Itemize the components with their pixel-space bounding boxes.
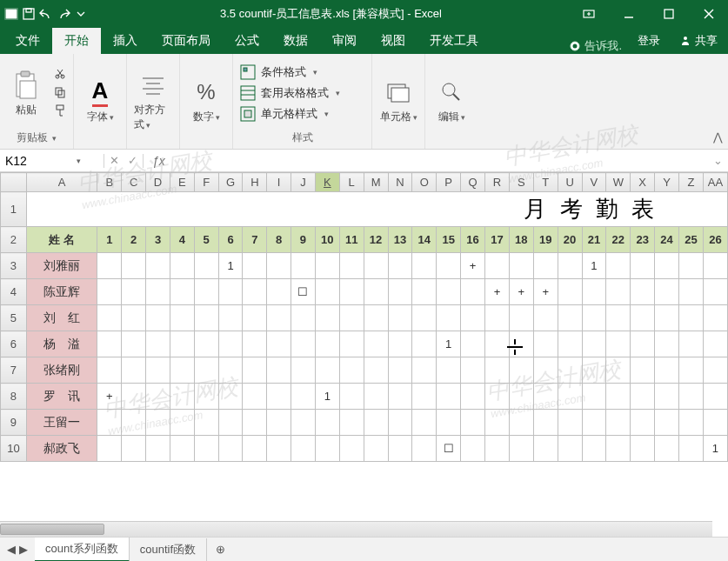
- cell[interactable]: [218, 305, 243, 331]
- cell[interactable]: [631, 436, 655, 462]
- cell[interactable]: +: [97, 384, 122, 410]
- header-day-25[interactable]: 25: [679, 227, 704, 253]
- cell[interactable]: 1: [582, 253, 606, 279]
- col-header-D[interactable]: D: [146, 173, 170, 192]
- undo-icon[interactable]: [38, 6, 54, 22]
- cell[interactable]: [388, 410, 412, 436]
- cell[interactable]: 1: [437, 331, 461, 357]
- cell[interactable]: [485, 436, 510, 462]
- cell[interactable]: 1: [218, 253, 243, 279]
- cell[interactable]: [558, 384, 582, 410]
- minimize-icon[interactable]: [613, 6, 645, 22]
- cell[interactable]: [243, 384, 267, 410]
- col-header-Z[interactable]: Z: [679, 173, 704, 192]
- cell[interactable]: [267, 253, 291, 279]
- header-day-15[interactable]: 15: [437, 227, 461, 253]
- header-day-1[interactable]: 1: [97, 227, 122, 253]
- cell[interactable]: [364, 305, 388, 331]
- cell[interactable]: [461, 410, 485, 436]
- cell[interactable]: [388, 357, 412, 384]
- col-header-H[interactable]: H: [243, 173, 267, 192]
- tab-insert[interactable]: 插入: [101, 28, 150, 54]
- row-header-10[interactable]: 10: [1, 436, 27, 462]
- cell[interactable]: [388, 253, 412, 279]
- header-day-24[interactable]: 24: [655, 227, 679, 253]
- cell[interactable]: [364, 410, 388, 436]
- name-cell[interactable]: 罗 讯: [26, 384, 97, 410]
- row-header-5[interactable]: 5: [1, 305, 27, 331]
- cell[interactable]: [218, 436, 243, 462]
- cell[interactable]: [267, 331, 291, 357]
- cell[interactable]: [703, 279, 727, 305]
- cell[interactable]: [558, 436, 582, 462]
- cell[interactable]: +: [485, 279, 510, 305]
- cell[interactable]: [267, 357, 291, 384]
- collapse-ribbon-icon[interactable]: ⋀: [713, 130, 723, 144]
- cell[interactable]: [291, 305, 316, 331]
- maximize-icon[interactable]: [653, 6, 685, 22]
- tab-data[interactable]: 数据: [271, 28, 320, 54]
- col-header-G[interactable]: G: [218, 173, 243, 192]
- cell[interactable]: [339, 305, 364, 331]
- col-header-V[interactable]: V: [582, 173, 606, 192]
- col-header-F[interactable]: F: [194, 173, 218, 192]
- col-header-Q[interactable]: Q: [461, 173, 485, 192]
- cell[interactable]: [315, 357, 339, 384]
- cell[interactable]: [437, 357, 461, 384]
- col-header-U[interactable]: U: [558, 173, 582, 192]
- cell[interactable]: [339, 331, 364, 357]
- cancel-fx-icon[interactable]: ✕: [110, 154, 119, 167]
- cell[interactable]: [146, 253, 170, 279]
- cell[interactable]: [631, 410, 655, 436]
- cell[interactable]: [533, 410, 558, 436]
- cell[interactable]: [315, 436, 339, 462]
- tell-me[interactable]: 告诉我.: [562, 38, 629, 54]
- cell[interactable]: [122, 279, 146, 305]
- cell[interactable]: [631, 305, 655, 331]
- row-header-3[interactable]: 3: [1, 253, 27, 279]
- cell[interactable]: [679, 410, 704, 436]
- cell[interactable]: [412, 410, 437, 436]
- cell[interactable]: [291, 410, 316, 436]
- cell[interactable]: [170, 384, 194, 410]
- cell[interactable]: [122, 436, 146, 462]
- cell[interactable]: [558, 279, 582, 305]
- col-header-X[interactable]: X: [631, 173, 655, 192]
- add-sheet-icon[interactable]: ⊕: [207, 543, 234, 556]
- expand-formula-icon[interactable]: ⌄: [707, 154, 728, 167]
- cell[interactable]: [97, 305, 122, 331]
- cell[interactable]: [582, 279, 606, 305]
- header-day-9[interactable]: 9: [291, 227, 316, 253]
- name-cell[interactable]: 张绪刚: [26, 357, 97, 384]
- cell[interactable]: [146, 279, 170, 305]
- name-box-input[interactable]: [5, 154, 75, 168]
- cell[interactable]: [558, 410, 582, 436]
- col-header-W[interactable]: W: [606, 173, 631, 192]
- cell[interactable]: [655, 357, 679, 384]
- cell[interactable]: [461, 357, 485, 384]
- cell[interactable]: [339, 436, 364, 462]
- save-icon[interactable]: [21, 6, 37, 22]
- cell[interactable]: [146, 331, 170, 357]
- cell[interactable]: [339, 384, 364, 410]
- header-day-21[interactable]: 21: [582, 227, 606, 253]
- cell[interactable]: [437, 410, 461, 436]
- sheet-nav-prev-icon[interactable]: ◀: [7, 543, 16, 556]
- cell[interactable]: [558, 331, 582, 357]
- header-day-12[interactable]: 12: [364, 227, 388, 253]
- row-header-1[interactable]: 1: [1, 192, 27, 227]
- cell[interactable]: [243, 279, 267, 305]
- cell[interactable]: [703, 357, 727, 384]
- cell[interactable]: [315, 410, 339, 436]
- cell[interactable]: [388, 384, 412, 410]
- cell[interactable]: [461, 436, 485, 462]
- header-day-17[interactable]: 17: [485, 227, 510, 253]
- cell[interactable]: [437, 305, 461, 331]
- cell[interactable]: [437, 384, 461, 410]
- cell[interactable]: [703, 305, 727, 331]
- cell[interactable]: [122, 253, 146, 279]
- cell[interactable]: [339, 253, 364, 279]
- col-header-C[interactable]: C: [122, 173, 146, 192]
- name-box[interactable]: ▾: [0, 154, 104, 168]
- cell[interactable]: [388, 279, 412, 305]
